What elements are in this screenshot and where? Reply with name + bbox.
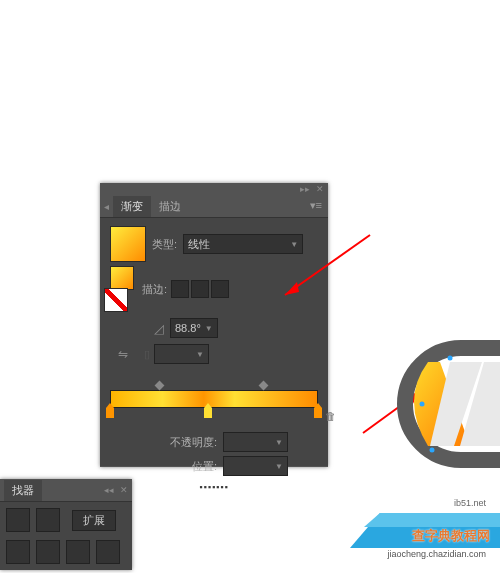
stroke-none-swatch[interactable]: [104, 288, 128, 312]
gradient-ramp[interactable]: 🗑: [110, 382, 318, 420]
pathfinder-panel: 找器 ◂◂ ✕ 扩展: [0, 479, 132, 570]
stroke-along-icon[interactable]: [191, 280, 209, 298]
chevron-down-icon: ▼: [275, 438, 283, 447]
pathfinder-icon[interactable]: [36, 540, 60, 564]
watermark-url-top: ib51.net: [454, 498, 486, 508]
chevron-down-icon: ▼: [275, 462, 283, 471]
gradient-preview-swatch[interactable]: [110, 226, 146, 262]
color-stop[interactable]: [314, 408, 322, 418]
midpoint-diamond[interactable]: [258, 381, 268, 391]
tab-bar: ◂ 渐变 描边 ▾≡: [100, 195, 328, 218]
panel-resize-grip[interactable]: ▪▪▪▪▪▪▪: [110, 482, 318, 492]
chevron-down-icon: ▼: [205, 324, 213, 333]
watermark-url: jiaocheng.chazidian.com: [387, 549, 486, 559]
tabs-scroll-icon[interactable]: ◂: [104, 201, 109, 212]
watermark: ib51.net 查字典教程网 jiaocheng.chazidian.com: [330, 503, 500, 573]
location-dropdown: ▼: [223, 456, 288, 476]
stroke-across-icon[interactable]: [211, 280, 229, 298]
pathfinder-icon[interactable]: [96, 540, 120, 564]
chevron-down-icon: ▼: [290, 240, 298, 249]
angle-icon: ◿: [154, 321, 164, 336]
close-icon[interactable]: ✕: [316, 184, 324, 194]
delete-stop-icon[interactable]: 🗑: [325, 410, 336, 422]
watermark-text: 查字典教程网: [412, 527, 490, 545]
panel-menu-icon[interactable]: ▾≡: [310, 199, 322, 212]
pathfinder-icon[interactable]: [6, 540, 30, 564]
shape-mode-minus-icon[interactable]: [36, 508, 60, 532]
svg-point-5: [420, 402, 425, 407]
panel-body: 类型: 线性 ▼ 描边: ◿ 88.8° ▼: [100, 218, 328, 466]
color-stop[interactable]: [106, 408, 114, 418]
opacity-dropdown: ▼: [223, 432, 288, 452]
gradient-ramp-bar[interactable]: [110, 390, 318, 408]
aspect-ratio-icon: ▯: [144, 348, 150, 361]
tab-pathfinder[interactable]: 找器: [4, 480, 42, 501]
tab-bar: 找器 ◂◂ ✕: [0, 479, 132, 502]
close-icon[interactable]: ✕: [120, 485, 128, 495]
collapse-icon[interactable]: ▸▸: [300, 184, 310, 194]
canvas-artwork: [380, 340, 500, 470]
location-label: 位置:: [192, 459, 217, 474]
gradient-type-value: 线性: [188, 237, 210, 252]
type-label: 类型:: [152, 237, 177, 252]
svg-point-6: [448, 356, 453, 361]
tab-gradient[interactable]: 渐变: [113, 196, 151, 217]
tab-stroke[interactable]: 描边: [151, 196, 189, 217]
fill-swatch[interactable]: [110, 266, 134, 290]
angle-value: 88.8°: [175, 322, 201, 334]
gradient-panel: ▸▸ ✕ ◂ 渐变 描边 ▾≡ 类型: 线性 ▼ 描边:: [100, 183, 328, 467]
svg-point-7: [430, 448, 435, 453]
chevron-down-icon: ▼: [196, 350, 204, 359]
opacity-label: 不透明度:: [170, 435, 217, 450]
panel-titlebar: ▸▸ ✕: [100, 183, 328, 195]
midpoint-diamond[interactable]: [154, 381, 164, 391]
color-stop[interactable]: [204, 408, 212, 418]
pathfinder-icon[interactable]: [66, 540, 90, 564]
gradient-type-dropdown[interactable]: 线性 ▼: [183, 234, 303, 254]
svg-marker-9: [364, 513, 500, 527]
stroke-label: 描边:: [142, 282, 167, 297]
reverse-gradient-icon[interactable]: ⇋: [118, 347, 128, 361]
expand-button[interactable]: 扩展: [72, 510, 116, 531]
collapse-icon[interactable]: ◂◂: [104, 485, 114, 495]
shape-mode-unite-icon[interactable]: [6, 508, 30, 532]
angle-input[interactable]: 88.8° ▼: [170, 318, 218, 338]
stroke-within-icon[interactable]: [171, 280, 189, 298]
aspect-ratio-dropdown: ▼: [154, 344, 209, 364]
